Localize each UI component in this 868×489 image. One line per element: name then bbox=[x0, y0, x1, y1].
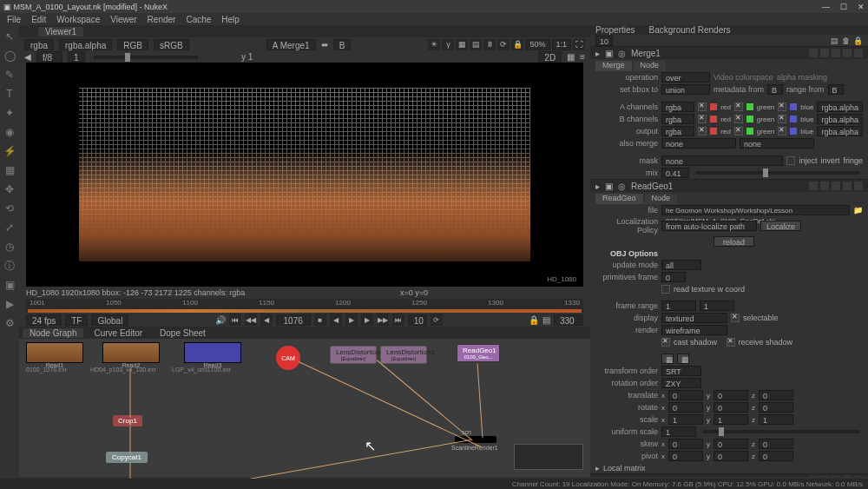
roi-icon[interactable]: ▦ bbox=[456, 39, 468, 50]
minimap[interactable] bbox=[514, 444, 583, 470]
subtab-readgeo[interactable]: ReadGeo bbox=[595, 194, 643, 204]
onion-icon[interactable]: ▤ bbox=[542, 315, 550, 325]
expand-icon[interactable]: ▸ bbox=[595, 182, 600, 191]
props-count[interactable]: 10 bbox=[595, 36, 613, 46]
alsomerge2[interactable]: none bbox=[740, 138, 814, 149]
alpha-select[interactable]: rgba.alpha bbox=[59, 39, 112, 50]
aspect-display[interactable]: 1:1 bbox=[552, 39, 572, 50]
display-mode[interactable]: textured bbox=[661, 313, 727, 323]
props-tab[interactable]: Properties bbox=[595, 25, 635, 35]
viewer-tab[interactable]: Viewer1 bbox=[38, 27, 83, 36]
node-copycat[interactable]: Copycat1 bbox=[106, 452, 148, 463]
node-lens2[interactable]: LensDistortion3[Equalizer] bbox=[380, 346, 427, 364]
scale-icon[interactable]: ⤢ bbox=[3, 221, 16, 234]
wipe-icon[interactable]: ⬌ bbox=[321, 40, 328, 50]
timespace[interactable]: TF bbox=[65, 314, 88, 326]
lock-icon[interactable]: 🔒 bbox=[511, 39, 523, 50]
minimize-button[interactable]: — bbox=[822, 3, 830, 11]
menu-icon[interactable]: ≡ bbox=[580, 52, 585, 62]
first-frame-button[interactable]: ⏮ bbox=[229, 314, 241, 326]
alsomerge[interactable]: none bbox=[661, 138, 736, 149]
node-cam[interactable]: CAM bbox=[276, 346, 300, 370]
achan[interactable]: rgba bbox=[661, 102, 694, 112]
lock-range-icon[interactable]: 🔒 bbox=[529, 315, 539, 325]
menu-render[interactable]: Render bbox=[148, 15, 176, 24]
menu-workspace[interactable]: Workspace bbox=[56, 15, 100, 24]
paint-icon[interactable]: ✎ bbox=[3, 69, 16, 81]
node-read2[interactable]: Read2 bbox=[102, 342, 160, 363]
scope-select[interactable]: Global bbox=[91, 314, 128, 326]
uscale[interactable]: 1 bbox=[661, 426, 696, 437]
menu-file[interactable]: File bbox=[7, 15, 21, 24]
next-frame-button[interactable]: ▶ bbox=[361, 314, 373, 326]
reload-button[interactable]: reload bbox=[713, 236, 754, 247]
clock-icon[interactable]: ◷ bbox=[3, 241, 16, 253]
step-size[interactable]: 10 bbox=[408, 314, 427, 326]
bgrender-tab[interactable]: Background Renders bbox=[649, 25, 731, 35]
tracker-icon[interactable]: ✦ bbox=[3, 107, 16, 119]
float-icon[interactable] bbox=[843, 49, 852, 57]
tz[interactable]: 0 bbox=[759, 390, 793, 400]
undo-icon[interactable] bbox=[809, 49, 818, 57]
dimension-select[interactable]: 2D bbox=[538, 51, 562, 63]
srt-icon2[interactable]: ▦ bbox=[677, 354, 689, 364]
gain-slider[interactable] bbox=[94, 56, 198, 59]
next-key-button[interactable]: ▶▶ bbox=[377, 314, 389, 326]
node-crop[interactable]: Crop1 bbox=[113, 415, 142, 426]
subtab-node2[interactable]: Node bbox=[645, 194, 678, 204]
tab-dopesheet[interactable]: Dope Sheet bbox=[153, 328, 213, 338]
rotorder[interactable]: ZXY bbox=[661, 378, 701, 388]
node-read1[interactable]: Read1 bbox=[26, 342, 83, 363]
move-icon[interactable]: ✥ bbox=[3, 183, 16, 195]
text-icon[interactable]: T bbox=[3, 88, 16, 100]
ty[interactable]: 0 bbox=[713, 390, 748, 400]
menu-cache[interactable]: Cache bbox=[186, 15, 211, 24]
tx[interactable]: 0 bbox=[668, 390, 703, 400]
plugin-icon[interactable]: ⚙ bbox=[3, 317, 16, 329]
clear-icon[interactable]: 🗑 bbox=[842, 36, 850, 45]
prev-frame-button[interactable]: ◀ bbox=[260, 314, 273, 326]
render-icon[interactable]: ▶ bbox=[3, 298, 16, 310]
file-field[interactable]: he Gnomon Workshop/Workshop/Lesson 02/Fi… bbox=[661, 205, 850, 215]
fullscreen-icon[interactable]: ⛶ bbox=[573, 39, 585, 50]
localize-button[interactable]: Localize bbox=[760, 221, 801, 231]
gain[interactable]: 1 bbox=[68, 51, 85, 63]
bchan[interactable]: rgba bbox=[661, 114, 694, 124]
operation-select[interactable]: over bbox=[661, 72, 710, 83]
update-mode[interactable]: all bbox=[661, 260, 701, 270]
expand-icon[interactable]: ▸ bbox=[595, 49, 600, 58]
proxy-icon[interactable]: ▤ bbox=[470, 39, 482, 50]
mask[interactable]: none bbox=[661, 155, 783, 166]
bolt-icon[interactable]: ⚡ bbox=[3, 145, 16, 157]
range-end[interactable]: 330 bbox=[554, 314, 583, 326]
uscale-slider[interactable] bbox=[703, 430, 859, 433]
audio-icon[interactable]: 🔊 bbox=[215, 315, 226, 325]
refresh-icon[interactable]: ⟳ bbox=[497, 39, 510, 50]
menu-edit[interactable]: Edit bbox=[31, 15, 46, 24]
transorder[interactable]: SRT bbox=[661, 366, 701, 376]
play-button[interactable]: ▶ bbox=[345, 314, 358, 326]
timeline[interactable]: 10011050 11001150 12001250 13001330 bbox=[26, 299, 583, 313]
grid-icon[interactable]: ▦ bbox=[567, 52, 575, 62]
center-icon[interactable]: ◎ bbox=[618, 49, 626, 58]
viewed-node[interactable]: A Merge1 bbox=[266, 39, 316, 50]
node-readgeo[interactable]: ReadGeo10100_Geo... bbox=[457, 344, 500, 362]
channel-select[interactable]: rgba bbox=[24, 39, 54, 50]
revert-icon[interactable] bbox=[832, 49, 840, 57]
menu-viewer[interactable]: Viewer bbox=[110, 15, 136, 24]
folder-icon[interactable]: 📁 bbox=[853, 206, 863, 215]
fr1[interactable]: 1 bbox=[661, 301, 696, 311]
locpolicy[interactable]: from auto-localize path bbox=[661, 221, 757, 231]
viewport[interactable]: HD_1080 bbox=[26, 63, 583, 287]
mix-value[interactable]: 0.41 bbox=[661, 168, 689, 178]
colorspace-select[interactable]: RGB bbox=[117, 39, 148, 50]
collapse-icon[interactable]: ▤ bbox=[831, 36, 838, 45]
exposure-icon[interactable]: ☀ bbox=[428, 39, 440, 50]
zoom-display[interactable]: 50% bbox=[525, 39, 549, 50]
redo-icon[interactable] bbox=[820, 49, 829, 57]
current-frame[interactable]: 1076 bbox=[276, 314, 311, 326]
loop-button[interactable]: ⟳ bbox=[431, 314, 443, 326]
3d-icon[interactable]: ▦ bbox=[3, 164, 16, 176]
fps-display[interactable]: 24 fps bbox=[26, 314, 62, 326]
expand-icon[interactable]: ▸ bbox=[595, 476, 600, 478]
